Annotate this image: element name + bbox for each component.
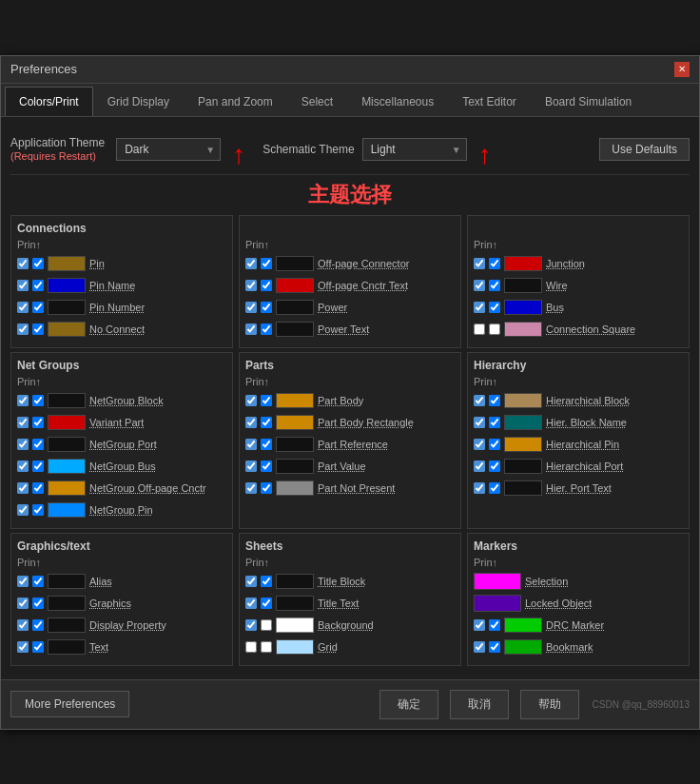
connections-noconn-swatch[interactable] — [48, 322, 86, 337]
connections-pinnum-swatch[interactable] — [48, 300, 86, 315]
partbody-swatch[interactable] — [276, 393, 314, 408]
bus-swatch[interactable] — [504, 300, 542, 315]
bus-print[interactable] — [489, 302, 500, 313]
connections-pin-label[interactable]: Pin — [89, 258, 105, 269]
partnotpresent-swatch[interactable] — [276, 480, 314, 496]
drcmarker-label[interactable]: DRC Marker — [546, 619, 604, 631]
help-button[interactable]: 帮助 — [520, 690, 579, 719]
confirm-button[interactable]: 确定 — [379, 690, 438, 719]
selection-label[interactable]: Selection — [525, 576, 568, 587]
wire-label[interactable]: Wire — [546, 280, 568, 291]
tab-select[interactable]: Select — [287, 87, 347, 116]
close-button[interactable]: ✕ — [674, 62, 690, 77]
background-print[interactable] — [261, 619, 272, 631]
offpage-conn-print[interactable] — [261, 258, 272, 269]
selection-swatch[interactable] — [474, 573, 521, 590]
partval-label[interactable]: Part Value — [318, 461, 366, 472]
variantpart-print[interactable] — [32, 417, 44, 428]
connsquare-print[interactable] — [489, 323, 500, 335]
text-label[interactable]: Text — [89, 641, 108, 653]
hierpin-print[interactable] — [489, 439, 500, 450]
power-print[interactable] — [261, 302, 272, 313]
partbodyrect-label[interactable]: Part Body Rectangle — [318, 417, 414, 428]
powertext-checkbox[interactable] — [245, 323, 257, 335]
connections-pin-print[interactable] — [32, 258, 44, 269]
variantpart-swatch[interactable] — [48, 415, 86, 430]
partnotpresent-checkbox[interactable] — [245, 482, 257, 494]
variantpart-checkbox[interactable] — [17, 417, 29, 428]
junction-print[interactable] — [489, 258, 500, 269]
hierblock-label[interactable]: Hierarchical Block — [546, 395, 630, 406]
netgroupport-checkbox[interactable] — [17, 439, 29, 450]
tab-colors-print[interactable]: Colors/Print — [5, 87, 93, 116]
connections-noconn-print[interactable] — [32, 323, 44, 335]
netgroupblock-swatch[interactable] — [48, 393, 86, 408]
offpage-cnctr-checkbox[interactable] — [245, 280, 257, 291]
connections-pin-swatch[interactable] — [48, 256, 86, 271]
alias-checkbox[interactable] — [17, 576, 29, 587]
netgroupblock-checkbox[interactable] — [17, 395, 29, 406]
background-checkbox[interactable] — [245, 619, 257, 631]
netgroupbus-checkbox[interactable] — [17, 461, 29, 472]
connections-pinnum-checkbox[interactable] — [17, 302, 29, 313]
text-swatch[interactable] — [48, 639, 86, 655]
netgroupblock-label[interactable]: NetGroup Block — [89, 395, 164, 406]
junction-swatch[interactable] — [504, 256, 542, 271]
bus-label[interactable]: Bus — [546, 302, 564, 313]
use-defaults-button[interactable]: Use Defaults — [599, 138, 690, 161]
partbodyrect-swatch[interactable] — [276, 415, 314, 430]
partval-print[interactable] — [261, 461, 272, 472]
hierporttext-checkbox[interactable] — [474, 482, 485, 494]
connsquare-checkbox[interactable] — [474, 323, 485, 335]
alias-print[interactable] — [32, 576, 44, 587]
bookmark-print[interactable] — [489, 641, 500, 653]
tab-miscellaneous[interactable]: Miscellaneous — [347, 87, 448, 116]
alias-label[interactable]: Alias — [89, 576, 112, 587]
hierport-print[interactable] — [489, 461, 500, 472]
netgroupport-print[interactable] — [32, 439, 44, 450]
tab-board-simulation[interactable]: Board Simulation — [531, 87, 646, 116]
netgroupbus-print[interactable] — [32, 461, 44, 472]
text-print[interactable] — [32, 641, 44, 653]
partval-swatch[interactable] — [276, 459, 314, 474]
graphics-checkbox[interactable] — [17, 598, 29, 609]
hierporttext-print[interactable] — [489, 482, 500, 494]
netgrouppin-swatch[interactable] — [48, 502, 86, 518]
wire-swatch[interactable] — [504, 278, 542, 293]
wire-print[interactable] — [489, 280, 500, 291]
junction-checkbox[interactable] — [474, 258, 485, 269]
grid-label[interactable]: Grid — [318, 641, 338, 653]
offpage-conn-checkbox[interactable] — [245, 258, 257, 269]
hierblockname-swatch[interactable] — [504, 415, 542, 430]
displayprop-print[interactable] — [32, 619, 44, 631]
powertext-print[interactable] — [261, 323, 272, 335]
partnotpresent-label[interactable]: Part Not Present — [318, 482, 395, 494]
junction-label[interactable]: Junction — [546, 258, 585, 269]
hierblockname-print[interactable] — [489, 417, 500, 428]
netgroupoffpage-label[interactable]: NetGroup Off-page Cnctr — [89, 482, 206, 494]
netgroupblock-print[interactable] — [32, 395, 44, 406]
alias-swatch[interactable] — [48, 574, 86, 589]
connsquare-swatch[interactable] — [504, 322, 542, 337]
netgroupbus-label[interactable]: NetGroup Bus — [89, 461, 156, 472]
displayprop-checkbox[interactable] — [17, 619, 29, 631]
hierport-checkbox[interactable] — [474, 461, 485, 472]
connections-noconn-checkbox[interactable] — [17, 323, 29, 335]
offpage-conn-label[interactable]: Off-page Connector — [318, 258, 409, 269]
titletext-print[interactable] — [261, 598, 272, 609]
bookmark-checkbox[interactable] — [474, 641, 485, 653]
netgroupbus-swatch[interactable] — [48, 459, 86, 474]
partbody-print[interactable] — [261, 395, 272, 406]
lockedobject-label[interactable]: Locked Object — [525, 598, 592, 609]
hierporttext-swatch[interactable] — [504, 480, 542, 496]
netgroupport-label[interactable]: NetGroup Port — [89, 439, 157, 450]
bookmark-swatch[interactable] — [504, 639, 542, 655]
bookmark-label[interactable]: Bookmark — [546, 641, 593, 653]
graphics-print[interactable] — [32, 598, 44, 609]
netgrouppin-print[interactable] — [32, 504, 44, 516]
more-preferences-button[interactable]: More Preferences — [10, 691, 129, 717]
hierpin-checkbox[interactable] — [474, 439, 485, 450]
hierport-label[interactable]: Hierarchical Port — [546, 461, 623, 472]
connections-pinnum-label[interactable]: Pin Number — [89, 302, 145, 313]
lockedobject-swatch[interactable] — [474, 595, 521, 612]
